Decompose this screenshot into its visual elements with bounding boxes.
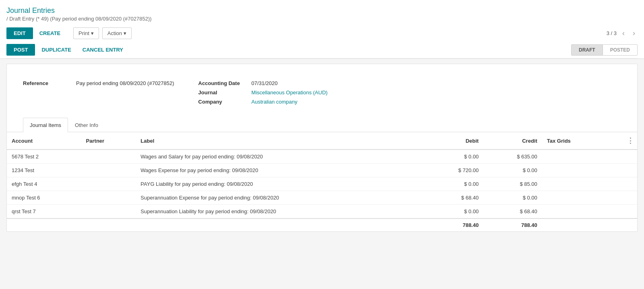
cell-account: qrst Test 7	[7, 205, 81, 219]
table-footer-row: 788.40 788.40	[7, 218, 637, 231]
table-row: 5678 Test 2 Wages and Salary for pay per…	[7, 150, 637, 164]
cell-partner	[81, 205, 136, 219]
edit-button[interactable]: EDIT	[6, 27, 33, 39]
tab-journal-items[interactable]: Journal Items	[23, 118, 68, 132]
prev-record-button[interactable]: ‹	[620, 28, 627, 38]
cell-label: Wages and Salary for pay period ending: …	[136, 150, 425, 164]
cell-partner	[81, 164, 136, 177]
col-credit: Credit	[483, 132, 542, 150]
table-row: 1234 Test Wages Expense for pay period e…	[7, 164, 637, 177]
tab-other-info[interactable]: Other Info	[68, 118, 105, 132]
col-tax-grids: Tax Grids	[542, 132, 607, 150]
cell-partner	[81, 150, 136, 164]
cell-credit: $ 68.40	[483, 205, 542, 219]
journal-items-table: Account Partner Label Debit Credit Tax G…	[7, 132, 637, 231]
create-button[interactable]: CREATE	[35, 27, 65, 39]
cell-account: 5678 Test 2	[7, 150, 81, 164]
table-row: mnop Test 6 Superannuation Expense for p…	[7, 191, 637, 205]
col-dots[interactable]: ⋮	[607, 132, 637, 150]
top-toolbar: EDIT CREATE Print ▾ Action ▾ 3 / 3 ‹ ›	[6, 25, 638, 42]
cell-partner	[81, 177, 136, 191]
duplicate-button[interactable]: DUPLICATE	[37, 44, 76, 56]
journal-label: Journal	[198, 89, 247, 96]
cell-credit: $ 635.00	[483, 150, 542, 164]
company-row: Company Australian company	[198, 99, 328, 105]
accounting-date-value: 07/31/2020	[252, 80, 278, 86]
main-content: Reference Pay period ending 08/09/2020 (…	[6, 64, 638, 232]
cell-debit: $ 0.00	[425, 177, 484, 191]
cell-account: 1234 Test	[7, 164, 81, 177]
journal-items-table-section: Account Partner Label Debit Credit Tax G…	[7, 132, 637, 231]
print-chevron-icon: ▾	[91, 30, 94, 36]
table-header-row: Account Partner Label Debit Credit Tax G…	[7, 132, 637, 150]
company-value[interactable]: Australian company	[252, 99, 297, 105]
col-debit: Debit	[425, 132, 484, 150]
cell-credit: $ 85.00	[483, 177, 542, 191]
cell-debit: $ 0.00	[425, 150, 484, 164]
cell-tax-grids	[542, 205, 607, 219]
footer-credit-total: 788.40	[483, 218, 542, 231]
form-left: Reference Pay period ending 08/09/2020 (…	[23, 80, 174, 108]
action-button[interactable]: Action ▾	[102, 27, 132, 39]
print-label: Print	[78, 30, 89, 36]
footer-debit-total: 788.40	[425, 218, 484, 231]
cell-debit: $ 0.00	[425, 205, 484, 219]
table-row: efgh Test 4 PAYG Liability for pay perio…	[7, 177, 637, 191]
action-label: Action	[107, 30, 122, 36]
breadcrumb: / Draft Entry (* 49) (Pay period ending …	[6, 15, 638, 25]
reference-value: Pay period ending 08/09/2020 (#7027852)	[76, 80, 174, 86]
cell-debit: $ 720.00	[425, 164, 484, 177]
cell-label: Superannuation Liability for pay period …	[136, 205, 425, 219]
reference-label: Reference	[23, 80, 71, 86]
col-label: Label	[136, 132, 425, 150]
cancel-entry-button[interactable]: CANCEL ENTRY	[78, 44, 128, 56]
page-title: Journal Entries	[6, 3, 638, 15]
cell-account: mnop Test 6	[7, 191, 81, 205]
company-label: Company	[198, 99, 247, 105]
cell-credit: $ 0.00	[483, 164, 542, 177]
action-bar: POST DUPLICATE CANCEL ENTRY DRAFT POSTED	[6, 42, 638, 58]
status-posted-badge[interactable]: POSTED	[603, 44, 638, 56]
pagination-info: 3 / 3	[607, 30, 617, 36]
cell-tax-grids	[542, 177, 607, 191]
col-account: Account	[7, 132, 81, 150]
table-row: qrst Test 7 Superannuation Liability for…	[7, 205, 637, 219]
form-section: Reference Pay period ending 08/09/2020 (…	[23, 72, 621, 118]
col-partner: Partner	[81, 132, 136, 150]
journal-row: Journal Miscellaneous Operations (AUD)	[198, 89, 328, 96]
accounting-date-row: Accounting Date 07/31/2020	[198, 80, 328, 86]
form-right: Accounting Date 07/31/2020 Journal Misce…	[198, 80, 328, 108]
cell-account: efgh Test 4	[7, 177, 81, 191]
cell-partner	[81, 191, 136, 205]
print-button[interactable]: Print ▾	[73, 27, 99, 39]
cell-label: Superannuation Expense for pay period en…	[136, 191, 425, 205]
cell-label: Wages Expense for pay period ending: 09/…	[136, 164, 425, 177]
status-draft-badge[interactable]: DRAFT	[571, 44, 603, 56]
journal-value[interactable]: Miscellaneous Operations (AUD)	[252, 89, 328, 96]
cell-label: PAYG Liability for pay period ending: 09…	[136, 177, 425, 191]
post-button[interactable]: POST	[6, 44, 35, 56]
action-chevron-icon: ▾	[124, 30, 126, 36]
tabs: Journal Items Other Info	[7, 118, 637, 132]
accounting-date-label: Accounting Date	[198, 80, 247, 86]
cell-tax-grids	[542, 191, 607, 205]
reference-row: Reference Pay period ending 08/09/2020 (…	[23, 80, 174, 86]
next-record-button[interactable]: ›	[630, 28, 638, 38]
cell-tax-grids	[542, 164, 607, 177]
cell-credit: $ 0.00	[483, 191, 542, 205]
cell-debit: $ 68.40	[425, 191, 484, 205]
cell-tax-grids	[542, 150, 607, 164]
